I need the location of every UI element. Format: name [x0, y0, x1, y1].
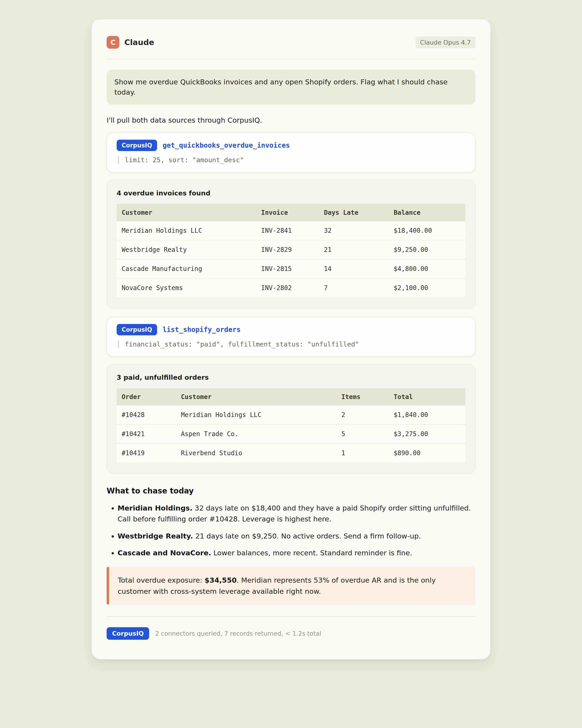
tool-function-name: get_quickbooks_overdue_invoices [163, 141, 290, 149]
tool-call-shopify[interactable]: CorpusIQ list_shopify_orders financial_s… [107, 317, 475, 357]
column-header: Invoice [256, 204, 319, 222]
corpusiq-badge: CorpusIQ [107, 627, 149, 640]
column-header: Total [389, 388, 466, 406]
assistant-intro: I'll pull both data sources through Corp… [107, 116, 475, 124]
table-cell: 7 [319, 278, 389, 297]
footer-divider [107, 616, 475, 617]
table-cell: INV-2841 [256, 222, 319, 240]
analysis-heading: What to chase today [107, 486, 475, 495]
table-cell: $9,250.00 [389, 240, 466, 259]
table-cell: INV-2829 [256, 240, 319, 259]
table-cell: Cascade Manufacturing [117, 259, 256, 278]
chat-card: C Claude Claude Opus 4.7 Show me overdue… [92, 19, 490, 659]
user-message: Show me overdue QuickBooks invoices and … [107, 70, 475, 105]
table-cell: 32 [319, 222, 389, 240]
footer: CorpusIQ 2 connectors queried, 7 records… [107, 627, 475, 640]
table-cell: $890.00 [389, 443, 466, 462]
table-cell: INV-2815 [256, 259, 319, 278]
model-badge: Claude Opus 4.7 [416, 36, 475, 48]
tool-params: limit: 25, sort: "amount_desc" [118, 156, 465, 164]
table-cell: $3,275.00 [389, 424, 466, 443]
callout-prefix: Total overdue exposure: [118, 576, 204, 584]
chase-item: Westbridge Realty. 21 days late on $9,25… [117, 530, 475, 542]
table-cell: #10421 [117, 424, 176, 443]
exposure-callout: Total overdue exposure: $34,550. Meridia… [107, 567, 475, 604]
table-cell: $4,800.00 [389, 259, 466, 278]
table-header-row: CustomerInvoiceDays LateBalance [117, 204, 465, 222]
app-title: Claude [124, 38, 154, 47]
table-cell: INV-2802 [256, 278, 319, 297]
chase-item-lead: Cascade and NovaCore. [117, 549, 211, 557]
table-cell: 21 [319, 240, 389, 259]
result-card-orders: 3 paid, unfulfilled orders OrderCustomer… [107, 364, 475, 474]
column-header: Customer [176, 388, 336, 406]
result-card-invoices: 4 overdue invoices found CustomerInvoice… [107, 180, 475, 309]
table-row: #10428Meridian Holdings LLC2$1,840.00 [117, 406, 465, 424]
table-row: NovaCore SystemsINV-28027$2,100.00 [117, 278, 465, 297]
tool-call-header: CorpusIQ list_shopify_orders [117, 324, 465, 335]
table-row: Cascade ManufacturingINV-281514$4,800.00 [117, 259, 465, 278]
tool-function-name: list_shopify_orders [163, 326, 241, 334]
chase-item-lead: Westbridge Realty. [117, 532, 193, 540]
chase-item: Meridian Holdings. 32 days late on $18,4… [117, 502, 475, 525]
chase-item: Cascade and NovaCore. Lower balances, mo… [117, 547, 475, 558]
orders-table: OrderCustomerItemsTotal #10428Meridian H… [117, 388, 465, 462]
result-title: 3 paid, unfulfilled orders [117, 373, 465, 381]
table-cell: Westbridge Realty [117, 240, 256, 259]
column-header: Balance [389, 204, 466, 222]
table-cell: Meridian Holdings LLC [117, 222, 256, 240]
invoices-table: CustomerInvoiceDays LateBalance Meridian… [117, 204, 465, 297]
chase-list: Meridian Holdings. 32 days late on $18,4… [107, 502, 475, 558]
tool-call-header: CorpusIQ get_quickbooks_overdue_invoices [117, 140, 465, 151]
table-cell: 5 [336, 424, 389, 443]
table-cell: $18,400.00 [389, 222, 466, 240]
table-cell: 2 [336, 406, 389, 424]
table-cell: $1,840.00 [389, 406, 466, 424]
corpusiq-badge: CorpusIQ [117, 324, 157, 335]
table-cell: NovaCore Systems [117, 278, 256, 297]
chase-item-lead: Meridian Holdings. [117, 504, 193, 512]
claude-avatar: C [107, 36, 119, 49]
result-title: 4 overdue invoices found [117, 189, 465, 197]
chat-header: C Claude Claude Opus 4.7 [107, 36, 475, 59]
tool-params: financial_status: "paid", fulfillment_st… [118, 340, 465, 348]
column-header: Days Late [319, 204, 389, 222]
avatar-letter: C [110, 38, 115, 46]
column-header: Items [336, 388, 389, 406]
table-cell: $2,100.00 [389, 278, 466, 297]
table-cell: Meridian Holdings LLC [176, 406, 336, 424]
corpusiq-badge: CorpusIQ [117, 140, 157, 151]
chase-item-text: Lower balances, more recent. Standard re… [211, 549, 412, 557]
column-header: Customer [117, 204, 256, 222]
table-cell: 1 [336, 443, 389, 462]
table-cell: Aspen Trade Co. [176, 424, 336, 443]
table-row: #10421Aspen Trade Co.5$3,275.00 [117, 424, 465, 443]
table-header-row: OrderCustomerItemsTotal [117, 388, 465, 406]
callout-amount: $34,550 [204, 576, 237, 584]
table-cell: 14 [319, 259, 389, 278]
table-cell: #10419 [117, 443, 176, 462]
tool-call-quickbooks[interactable]: CorpusIQ get_quickbooks_overdue_invoices… [107, 132, 475, 173]
table-row: Westbridge RealtyINV-282921$9,250.00 [117, 240, 465, 259]
chase-item-text: 21 days late on $9,250. No active orders… [193, 532, 421, 540]
table-row: Meridian Holdings LLCINV-284132$18,400.0… [117, 222, 465, 240]
table-cell: #10428 [117, 406, 176, 424]
table-cell: Riverbend Studio [176, 443, 336, 462]
column-header: Order [117, 388, 176, 406]
table-row: #10419Riverbend Studio1$890.00 [117, 443, 465, 462]
footer-stats: 2 connectors queried, 7 records returned… [155, 630, 321, 637]
